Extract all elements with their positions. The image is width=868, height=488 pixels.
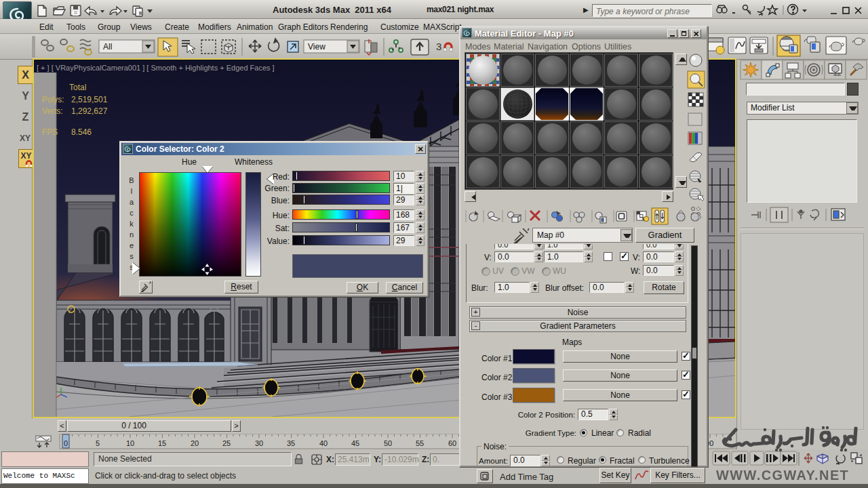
svg-text:3: 3 [436, 41, 441, 52]
svg-text:45: 45 [351, 439, 359, 447]
svg-text:55: 55 [416, 439, 424, 447]
svg-text:25: 25 [222, 439, 231, 447]
svg-text:5: 5 [96, 439, 100, 447]
svg-text:40: 40 [319, 439, 328, 447]
svg-text:35: 35 [287, 439, 295, 447]
svg-text:0: 0 [64, 439, 68, 447]
svg-text:60: 60 [448, 439, 456, 447]
svg-text:15: 15 [158, 439, 166, 447]
svg-text:50: 50 [384, 439, 392, 447]
svg-text:20: 20 [191, 439, 199, 447]
svg-text:30: 30 [255, 439, 263, 447]
svg-text:View: View [308, 42, 326, 52]
svg-text:10: 10 [126, 439, 134, 447]
svg-text:All: All [103, 42, 112, 52]
